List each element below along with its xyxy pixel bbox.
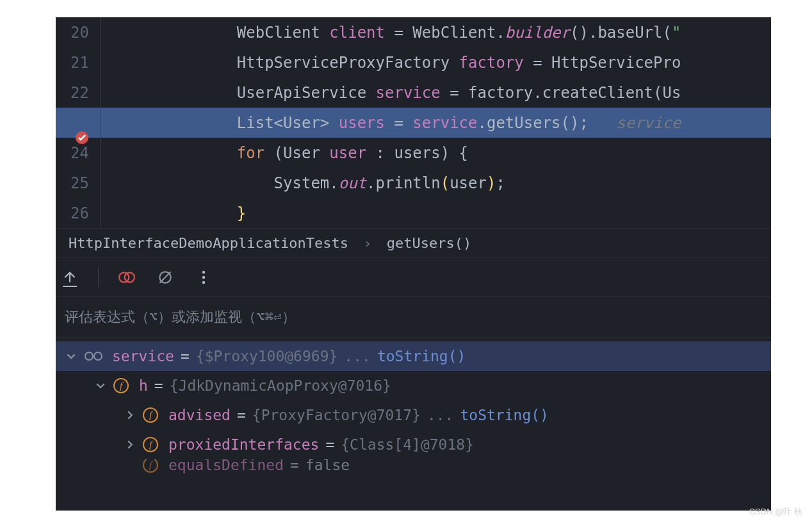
tostring-link[interactable]: toString() — [377, 348, 466, 364]
indent-guide — [101, 17, 200, 47]
code-line[interactable]: 20 WebClient client = WebClient.builder(… — [56, 17, 771, 47]
code-content[interactable]: for (User user : users) { — [200, 144, 771, 162]
code-line[interactable]: 24 for (User user : users) { — [56, 138, 771, 168]
svg-point-8 — [85, 352, 93, 360]
field-icon: f — [143, 437, 158, 452]
equals-sign: = — [290, 459, 299, 473]
token-punct: . — [366, 174, 375, 192]
ellipsis: ... — [344, 348, 371, 364]
code-line[interactable]: 22 UserApiService service = factory.crea… — [56, 78, 771, 108]
token-paren: } — [237, 204, 246, 222]
code-line[interactable]: 21 HttpServiceProxyFactory factory = Htt… — [56, 47, 771, 78]
watch-glasses-icon — [84, 348, 103, 364]
variable-value: {JdkDynamicAopProxy@7016} — [170, 377, 391, 394]
svg-point-9 — [94, 352, 102, 360]
return-up-icon[interactable] — [60, 267, 80, 288]
token-type: HttpServiceProxyFactory — [237, 54, 459, 72]
breadcrumb[interactable]: HttpInterfaceDemoApplicationTests › getU… — [56, 228, 771, 258]
token-punct: ( — [274, 144, 283, 162]
token-punct: = — [385, 24, 412, 42]
code-content[interactable]: WebClient client = WebClient.builder().b… — [200, 24, 771, 42]
token-method: getUsers — [487, 114, 561, 132]
token-var: user — [329, 144, 366, 162]
evaluate-expression-input[interactable]: 评估表达式（⌥）或添加监视（⌥⌘⏎） — [56, 297, 771, 338]
variable-name: advised — [168, 407, 231, 423]
code-line[interactable]: List<User> users = service.getUsers(); s… — [56, 108, 771, 138]
collapse-arrow-icon[interactable] — [94, 381, 107, 390]
line-number[interactable]: 26 — [56, 204, 101, 222]
expand-arrow-icon[interactable] — [124, 411, 136, 420]
equals-sign: = — [181, 348, 190, 364]
token-var: users — [339, 114, 385, 132]
more-icon[interactable] — [193, 267, 214, 288]
line-number[interactable]: 24 — [56, 144, 101, 162]
no-arrow — [124, 459, 136, 473]
indent-guide — [101, 108, 200, 138]
variable-name: proxiedInterfaces — [168, 436, 319, 453]
variable-name: equalsDefined — [168, 459, 284, 473]
line-number[interactable]: 21 — [56, 54, 101, 72]
field-icon: f — [143, 407, 158, 423]
variable-value: {ProxyFactory@7017} — [252, 407, 421, 423]
token-punct: ( — [653, 84, 662, 102]
token-punct: ( — [663, 24, 672, 42]
variable-row[interactable]: service = {$Proxy100@6969} ... toString(… — [56, 341, 771, 371]
svg-point-7 — [202, 281, 205, 284]
ide-window: 20 WebClient client = WebClient.builder(… — [56, 17, 771, 511]
token-paren: ) — [487, 174, 496, 192]
token-type: UserApiService — [237, 84, 376, 102]
variable-name: h — [139, 377, 148, 394]
code-line[interactable]: 25 System.out.println(user); — [56, 168, 771, 198]
mute-breakpoints-icon[interactable] — [155, 267, 175, 288]
token-var: service — [412, 114, 477, 132]
variable-name: service — [112, 348, 174, 364]
token-paren: ( — [441, 174, 450, 192]
variable-row[interactable]: fh = {JdkDynamicAopProxy@7016} — [56, 371, 771, 400]
debug-watch-panel: 评估表达式（⌥）或添加监视（⌥⌘⏎） service = {$Proxy100@… — [56, 297, 771, 477]
code-editor[interactable]: 20 WebClient client = WebClient.builder(… — [56, 17, 771, 228]
token-var: client — [329, 24, 385, 42]
token-punct: ; — [496, 174, 505, 192]
token-punct: = — [524, 54, 551, 72]
indent-guide — [101, 198, 200, 228]
token-var: service — [376, 84, 441, 102]
token-ident: user — [450, 174, 487, 192]
code-content[interactable]: } — [200, 204, 771, 222]
code-content[interactable]: System.out.println(user); — [200, 174, 771, 192]
token-ident: users) { — [394, 144, 468, 162]
breadcrumb-method[interactable]: getUsers() — [387, 235, 471, 251]
token-type: WebClient — [237, 24, 330, 42]
variables-tree[interactable]: service = {$Proxy100@6969} ... toString(… — [56, 338, 771, 477]
indent-guide — [101, 47, 200, 78]
line-number[interactable]: 22 — [56, 84, 101, 102]
variable-row[interactable]: fproxiedInterfaces = {Class[4]@7018} — [56, 430, 771, 459]
token-method: createClient — [542, 84, 653, 102]
equals-sign: = — [237, 407, 246, 423]
code-line[interactable]: 26 } — [56, 198, 771, 228]
breakpoint-toggle-icon[interactable] — [117, 267, 137, 288]
token-punct: = — [385, 114, 412, 132]
indent-guide — [101, 168, 200, 198]
line-number[interactable]: 25 — [56, 174, 101, 192]
line-number[interactable]: 20 — [56, 24, 101, 42]
variable-row[interactable]: fequalsDefined = false — [56, 459, 771, 477]
tostring-link[interactable]: toString() — [460, 407, 548, 423]
token-punct: (). — [570, 24, 597, 42]
variable-value: {$Proxy100@6969} — [196, 348, 338, 364]
code-content[interactable]: List<User> users = service.getUsers(); s… — [200, 114, 771, 132]
code-content[interactable]: HttpServiceProxyFactory factory = HttpSe… — [200, 54, 771, 72]
breadcrumb-class[interactable]: HttpInterfaceDemoApplicationTests — [69, 235, 348, 251]
token-type: System. — [274, 174, 339, 192]
expand-arrow-icon[interactable] — [124, 440, 136, 449]
code-content[interactable]: UserApiService service = factory.createC… — [200, 84, 771, 102]
variable-row[interactable]: fadvised = {ProxyFactory@7017} ... toStr… — [56, 400, 771, 430]
token-italic: builder — [505, 24, 570, 42]
equals-sign: = — [154, 377, 163, 394]
watermark: CSDN @叶 秋 — [749, 506, 802, 518]
token-punct: (); — [561, 114, 617, 132]
token-kw: for — [237, 144, 274, 162]
collapse-arrow-icon[interactable] — [65, 352, 77, 361]
svg-point-1 — [119, 272, 129, 282]
indent-guide — [101, 138, 200, 168]
field-icon: f — [143, 459, 158, 473]
